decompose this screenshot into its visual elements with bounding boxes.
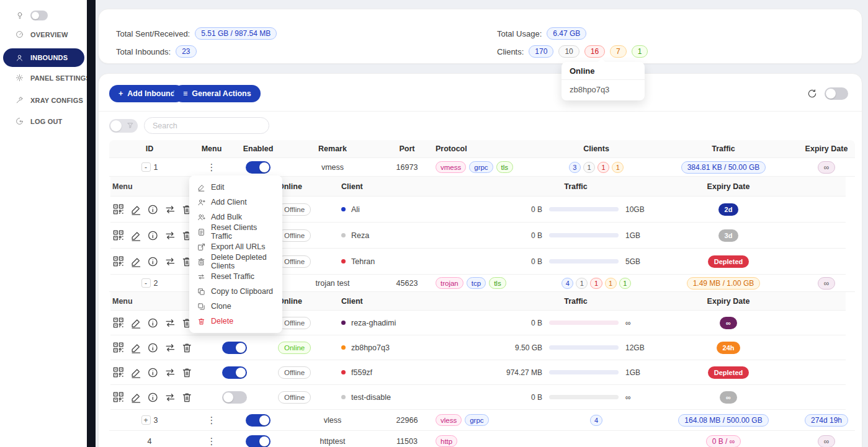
menu-item-clone[interactable]: Clone	[189, 299, 282, 314]
menu-item-reset-clients-traffic[interactable]: Reset Clients Traffic	[189, 224, 282, 239]
qr-code-icon[interactable]	[112, 255, 125, 268]
reset-traffic-icon[interactable]	[164, 255, 176, 268]
expiry-badge: ∞	[720, 317, 737, 329]
search-input[interactable]	[144, 117, 269, 134]
qr-code-icon[interactable]	[112, 391, 125, 404]
sidebar-item-xray-configs[interactable]: XRAY CONFIGS	[16, 96, 83, 104]
traffic-used: 974.27 MB	[481, 368, 542, 377]
sidebar-item-panel-settings[interactable]: PANEL SETTINGS	[16, 74, 91, 82]
menu-item-delete-depleted-clients[interactable]: Delete Depleted Clients	[189, 254, 282, 269]
theme-toggle[interactable]	[30, 11, 48, 20]
info-icon[interactable]	[147, 255, 159, 268]
delete-box-icon	[197, 258, 205, 266]
menu-item-delete[interactable]: Delete	[189, 314, 282, 329]
client-enabled-toggle[interactable]	[222, 342, 247, 354]
collapse-button[interactable]: -	[141, 162, 151, 172]
clients-count-expiring[interactable]: 7	[610, 45, 627, 58]
reset-traffic-icon[interactable]	[164, 317, 176, 329]
menu-item-reset-traffic[interactable]: Reset Traffic	[189, 269, 282, 284]
client-name: reza-ghadimi	[351, 319, 396, 327]
enabled-toggle[interactable]	[246, 161, 271, 174]
sidebar-item-inbounds[interactable]: INBOUNDS	[3, 48, 84, 67]
reset-traffic-icon[interactable]	[164, 203, 176, 216]
info-icon[interactable]	[147, 317, 159, 329]
edit-icon[interactable]	[130, 203, 142, 216]
qr-code-icon[interactable]	[112, 341, 125, 354]
qr-code-icon[interactable]	[112, 316, 125, 329]
client-dot	[341, 233, 346, 237]
sidebar-item-label: OVERVIEW	[30, 31, 68, 38]
col-header-id: ID	[109, 140, 190, 157]
refresh-icon[interactable]	[807, 89, 817, 99]
reset-traffic-icon[interactable]	[164, 366, 176, 379]
traffic-total: 10GB	[625, 205, 645, 214]
menu-item-export-all-urls[interactable]: Export All URLs	[189, 239, 282, 254]
hamburger-icon: ≡	[183, 89, 187, 98]
clients-count-depleted[interactable]: 16	[584, 45, 605, 58]
client-dot	[341, 345, 346, 350]
qr-code-icon[interactable]	[112, 366, 125, 379]
menu-item-edit[interactable]: Edit	[189, 180, 282, 195]
info-icon[interactable]	[147, 203, 159, 216]
file-sync-icon	[197, 228, 205, 236]
status-badge: Offline	[278, 391, 311, 404]
client-name: Tehran	[351, 257, 375, 266]
edit-icon[interactable]	[130, 229, 142, 242]
general-actions-button[interactable]: ≡ General Actions	[174, 85, 261, 102]
expiry-pill: ∞	[818, 277, 836, 290]
client-name: test-disable	[351, 393, 391, 402]
info-icon[interactable]	[147, 391, 159, 404]
qr-code-icon[interactable]	[112, 229, 125, 242]
client-enabled-toggle[interactable]	[222, 366, 247, 379]
status-badge: Offline	[278, 229, 311, 242]
col-header-remark: Remark	[283, 140, 382, 157]
clients-count-default[interactable]: 10	[558, 45, 579, 58]
info-icon[interactable]	[147, 342, 159, 354]
traffic-used: 9.50 GB	[481, 343, 542, 352]
edit-icon[interactable]	[130, 317, 142, 329]
edit-icon[interactable]	[130, 391, 142, 404]
edit-icon[interactable]	[130, 342, 142, 354]
clients-label: Clients:	[497, 47, 524, 56]
client-enabled-toggle[interactable]	[222, 391, 247, 404]
enabled-toggle[interactable]	[246, 414, 271, 427]
inbound-id: 1	[154, 163, 158, 172]
client-dot	[341, 395, 346, 399]
inbound-remark: vless	[283, 410, 382, 430]
auto-refresh-toggle[interactable]	[825, 87, 848, 100]
qr-code-icon[interactable]	[112, 203, 125, 216]
traffic-used: 0 B	[481, 393, 542, 402]
collapse-button[interactable]: -	[141, 278, 151, 288]
clients-count-online[interactable]: 1	[632, 45, 648, 58]
enabled-toggle[interactable]	[246, 435, 271, 447]
menu-item-copy-to-clipboard[interactable]: Copy to Clipboard	[189, 284, 282, 299]
reset-traffic-icon[interactable]	[164, 229, 176, 242]
edit-icon[interactable]	[130, 255, 142, 268]
reset-traffic-icon[interactable]	[164, 342, 176, 354]
sidebar-item-overview[interactable]: OVERVIEW	[16, 30, 68, 38]
edit-icon[interactable]	[130, 366, 142, 379]
menu-item-add-bulk[interactable]: Add Bulk	[189, 210, 282, 224]
reset-traffic-icon[interactable]	[164, 391, 176, 404]
row-menu-button[interactable]: ⋮	[207, 162, 217, 173]
row-menu-button[interactable]: ⋮	[207, 415, 217, 426]
sidebar: OVERVIEW INBOUNDS PANEL SETTINGS XRAY CO…	[0, 0, 87, 447]
info-icon[interactable]	[147, 366, 159, 379]
sidebar-item-logout[interactable]: LOG OUT	[16, 117, 63, 125]
client-count-badge: 1	[583, 162, 595, 173]
client-count-badge: 4	[562, 278, 573, 289]
expiry-pill: ∞	[818, 435, 836, 447]
inbound-remark: trojan test	[283, 275, 382, 291]
logout-icon	[16, 117, 24, 125]
protocol-tag: tls	[496, 161, 514, 173]
clients-count-total[interactable]: 170	[529, 45, 553, 58]
info-icon[interactable]	[147, 229, 159, 242]
col-header-menu: Menu	[190, 140, 233, 157]
col-header-protocol: Protocol	[432, 140, 544, 157]
protocol-tag: grpc	[465, 414, 488, 426]
expand-button[interactable]: +	[141, 415, 151, 425]
menu-item-add-client[interactable]: Add Client	[189, 195, 282, 210]
row-menu-button[interactable]: ⋮	[207, 436, 217, 447]
inbound-id: 3	[154, 416, 158, 425]
filter-toggle[interactable]	[109, 119, 138, 133]
